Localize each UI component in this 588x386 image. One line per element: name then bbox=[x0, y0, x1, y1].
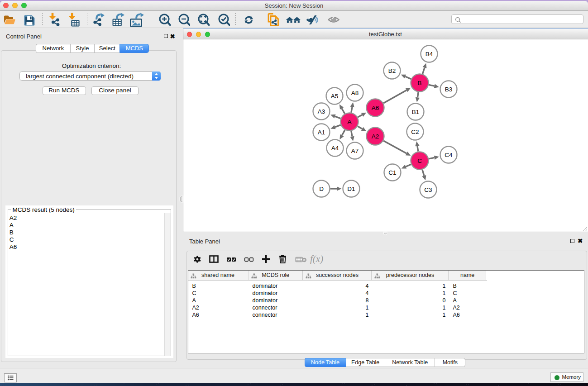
svg-text:B2: B2 bbox=[388, 67, 396, 74]
svg-text:A2: A2 bbox=[372, 133, 379, 140]
svg-text:B1: B1 bbox=[412, 109, 420, 115]
svg-text:D: D bbox=[319, 186, 324, 192]
svg-text:B: B bbox=[417, 80, 421, 86]
svg-text:D1: D1 bbox=[347, 186, 355, 192]
svg-text:C4: C4 bbox=[445, 152, 453, 158]
svg-text:B3: B3 bbox=[445, 86, 453, 93]
svg-text:C3: C3 bbox=[424, 186, 432, 193]
svg-text:A7: A7 bbox=[351, 148, 359, 154]
svg-text:A5: A5 bbox=[331, 93, 339, 100]
svg-text:A6: A6 bbox=[372, 105, 379, 111]
svg-text:C2: C2 bbox=[411, 129, 419, 135]
svg-text:A4: A4 bbox=[331, 145, 339, 152]
svg-text:C1: C1 bbox=[388, 169, 396, 176]
svg-text:A8: A8 bbox=[351, 90, 359, 96]
svg-text:B4: B4 bbox=[425, 51, 433, 57]
svg-text:C: C bbox=[417, 157, 422, 164]
svg-text:A3: A3 bbox=[318, 108, 325, 115]
svg-text:A: A bbox=[347, 119, 351, 125]
svg-text:A1: A1 bbox=[318, 129, 325, 136]
